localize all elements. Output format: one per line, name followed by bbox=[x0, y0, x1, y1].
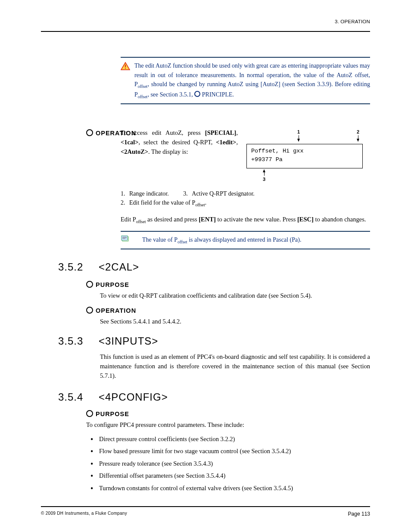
arrow-down-icon bbox=[299, 135, 299, 141]
svg-rect-0 bbox=[125, 65, 126, 67]
op2-seg-1: Edit P bbox=[121, 216, 136, 223]
note-seg-1: The value of P bbox=[142, 236, 177, 243]
warning-icon bbox=[121, 62, 130, 71]
list-item: Pressure ready tolerance (see Section 3.… bbox=[86, 459, 370, 468]
arrow-down-icon bbox=[358, 135, 358, 141]
diagram-legend: 1.Range indicator. 3.Active Q-RPT design… bbox=[121, 189, 370, 208]
svg-rect-3 bbox=[121, 236, 128, 240]
section-3-5-2-heading: 3.5.2<2CAL> bbox=[58, 261, 139, 273]
footer-rule bbox=[41, 506, 370, 507]
op2-sub: offset bbox=[136, 219, 146, 224]
header-section-label: 3. OPERATION bbox=[335, 19, 370, 24]
operation-paragraph-row: To access edit AutoZ, press [SPECIAL], <… bbox=[121, 128, 370, 184]
op2-seg-2: as desired and press bbox=[146, 216, 199, 223]
section-title: <2CAL> bbox=[99, 261, 139, 273]
legend-2-sub: offset bbox=[195, 202, 205, 207]
section-3-5-4-heading: 3.5.4<4PCONFIG> bbox=[58, 391, 168, 403]
op2-seg-4: to activate the new value. Press bbox=[216, 216, 297, 223]
operation-paragraph-1: To access edit AutoZ, press [SPECIAL], <… bbox=[121, 128, 238, 156]
section2-body: This function is used as an element of P… bbox=[100, 352, 370, 380]
op-seg-2: [SPECIAL] bbox=[205, 129, 237, 136]
list-item: Differential offset parameters (see Sect… bbox=[86, 471, 370, 480]
section-num: 3.5.2 bbox=[58, 261, 99, 273]
diagram-arrow-1: 1 bbox=[297, 129, 300, 134]
list-item: Direct pressure control coefficients (se… bbox=[86, 434, 370, 444]
op2-seg-6: to abandon changes. bbox=[314, 216, 366, 223]
list-item: Turndown constants for control of extern… bbox=[86, 483, 370, 493]
purpose3-heading: PURPOSE bbox=[86, 410, 129, 418]
arrow-up-icon bbox=[264, 170, 265, 176]
operation-paragraph-2: Edit Poffset as desired and press [ENT] … bbox=[121, 215, 370, 225]
legend-2b: . bbox=[205, 199, 207, 206]
section2-num: 3.5.3 bbox=[58, 335, 99, 347]
footer-page-number: Page 113 bbox=[348, 511, 370, 517]
op2-seg-3: [ENT] bbox=[199, 216, 215, 223]
list-item: Flow based pressure limit for two stage … bbox=[86, 446, 370, 456]
note-sub: offset bbox=[177, 239, 187, 244]
pconfig-list: Direct pressure control coefficients (se… bbox=[86, 434, 370, 493]
op-seg-9: . The display is: bbox=[148, 148, 188, 155]
operation2-heading: OPERATION bbox=[86, 307, 136, 314]
purpose-text: To view or edit Q-RPT calibration coeffi… bbox=[100, 291, 370, 301]
warn-sub-1: offset bbox=[138, 84, 148, 89]
warn-seg-3: , see Section 3.5.1, bbox=[147, 91, 194, 98]
display-line-2: +99377 Pa bbox=[251, 156, 283, 163]
ring-bullet-icon bbox=[86, 307, 93, 314]
legend-1: Range indicator. bbox=[129, 190, 169, 197]
diagram-arrow-3: 3 bbox=[263, 177, 265, 182]
svg-rect-1 bbox=[125, 68, 126, 69]
section3-title: <4PCONFIG> bbox=[99, 391, 168, 403]
op-seg-5: , select the desired Q-RPT, bbox=[139, 139, 216, 146]
purpose3-text: To configure PPC4 pressure control param… bbox=[86, 420, 370, 430]
purpose-heading-text: PURPOSE bbox=[96, 281, 129, 288]
ring-bullet-icon bbox=[86, 410, 93, 417]
section3-num: 3.5.4 bbox=[58, 391, 99, 403]
display-content: Poffset, Hi gxx +99377 Pa bbox=[247, 144, 362, 166]
op2-seg-5: [ESC] bbox=[297, 216, 314, 223]
note-text: The value of Poffset is always displayed… bbox=[134, 235, 301, 245]
section-3-5-3-heading: 3.5.3<3INPUTS> bbox=[58, 335, 158, 347]
op-seg-3: , bbox=[236, 129, 238, 136]
op-seg-4: <1cal> bbox=[121, 139, 139, 146]
op-seg-1: To access edit AutoZ, press bbox=[121, 129, 205, 136]
op-seg-6: <1edit> bbox=[216, 139, 236, 146]
warn-seg-4: PRINCIPLE. bbox=[200, 91, 234, 98]
warning-text: The edit AutoZ function should be used o… bbox=[134, 61, 370, 100]
section2-title: <3INPUTS> bbox=[99, 335, 158, 347]
ring-bullet-icon bbox=[194, 91, 200, 97]
note-callout: The value of Poffset is always displayed… bbox=[121, 231, 370, 249]
display-box: Poffset, Hi gxx +99377 Pa bbox=[246, 144, 363, 168]
purpose-heading: PURPOSE bbox=[86, 281, 129, 289]
diagram-arrow-2: 2 bbox=[357, 129, 359, 134]
legend-3: Active Q-RPT designator. bbox=[192, 190, 255, 197]
op-seg-7: , bbox=[236, 139, 238, 146]
header-rule bbox=[41, 31, 370, 32]
display-diagram: 1 2 Poffset, Hi gxx +99377 Pa 3 bbox=[246, 128, 370, 184]
operation2-text: See Sections 5.4.4.1 and 5.4.4.2. bbox=[100, 317, 370, 327]
operation2-heading-text: OPERATION bbox=[96, 307, 136, 314]
warning-callout: The edit AutoZ function should be used o… bbox=[121, 57, 370, 113]
ring-bullet-icon bbox=[86, 129, 93, 136]
display-line-1: Poffset, Hi gxx bbox=[251, 148, 304, 154]
op-seg-8: <2AutoZ> bbox=[121, 148, 148, 155]
page: 3. OPERATION The edit AutoZ function sho… bbox=[0, 0, 411, 532]
purpose3-heading-text: PURPOSE bbox=[96, 411, 129, 417]
warn-sub-2: offset bbox=[138, 94, 148, 99]
legend-2a: Edit field for the value of P bbox=[129, 199, 195, 206]
footer-copyright: © 2009 DH Instruments, a Fluke Company bbox=[41, 511, 127, 516]
ring-bullet-icon bbox=[86, 281, 93, 288]
note-seg-2: is always displayed and entered in Pasca… bbox=[187, 236, 302, 243]
note-icon bbox=[121, 235, 130, 243]
